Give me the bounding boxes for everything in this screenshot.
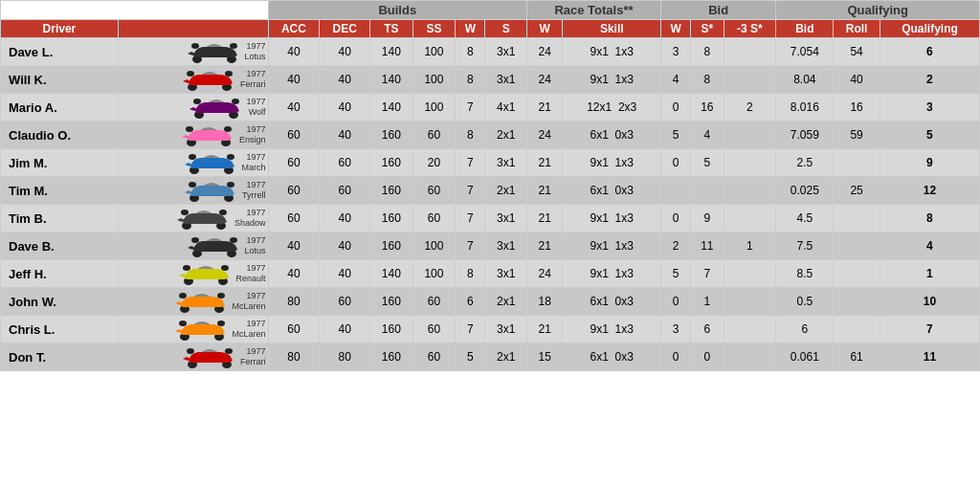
car-cell: 1977Tyrrell [118, 177, 268, 205]
ts-value: 160 [370, 205, 413, 232]
ts-value: 160 [370, 316, 413, 343]
skill-value: 9x1 1x3 [563, 205, 660, 232]
skill-value: 9x1 1x3 [563, 66, 660, 94]
qualifying-value: 9 [880, 149, 979, 177]
s-build-value: 2x1 [485, 177, 527, 205]
dec-value: 40 [320, 205, 370, 232]
svg-point-38 [179, 293, 187, 299]
ss-value: 100 [412, 38, 456, 66]
w-build-value: 5 [456, 343, 485, 371]
roll-value [834, 232, 880, 260]
svg-point-34 [183, 265, 190, 271]
table-row: Tim M. 1977Tyrrell 60 60 160 60 7 2x1 21… [1, 177, 980, 205]
bid-value: 2.5 [776, 149, 834, 177]
svg-point-11 [232, 99, 239, 104]
qualifying-value: 3 [880, 94, 979, 122]
dec-value: 80 [320, 343, 370, 371]
skill-value: 6x1 0x3 [563, 343, 660, 371]
minus3s-value [724, 66, 776, 94]
svg-point-42 [179, 321, 187, 326]
table-body: Dave L. 1977Lotus 40 40 140 100 8 3x1 24… [1, 38, 980, 371]
s-star-value: 0 [691, 343, 724, 371]
skill-value: 9x1 1x3 [563, 149, 660, 177]
dec-value: 40 [320, 94, 370, 122]
s-build-value: 3x1 [485, 38, 527, 66]
s-star-value: 6 [691, 316, 724, 343]
col-dec: DEC [320, 20, 370, 38]
svg-point-43 [217, 321, 225, 326]
table-row: Mario A. 1977Wolf 40 40 140 100 7 4x1 21… [1, 94, 980, 122]
qualifying-value: 6 [880, 38, 979, 66]
roll-value [834, 288, 880, 316]
w-bid-value: 3 [660, 316, 690, 343]
skill-value: 9x1 1x3 [563, 38, 660, 66]
table-row: Tim B. 1977Shadow 60 40 160 60 7 3x1 21 … [1, 205, 980, 232]
w-build-value: 7 [456, 177, 485, 205]
col-bid: Bid [776, 20, 834, 38]
car-cell: 1977Lotus [118, 232, 268, 260]
svg-point-31 [230, 237, 237, 243]
driver-name: Dave L. [1, 38, 119, 66]
ts-value: 140 [370, 260, 413, 288]
bid-value: 4.5 [776, 205, 834, 232]
s-star-value: 11 [691, 232, 724, 260]
w-race-value: 15 [526, 343, 563, 371]
minus3s-value [724, 205, 776, 232]
qualifying-value: 7 [880, 316, 979, 343]
s-build-value: 4x1 [485, 94, 527, 122]
driver-name: Dave B. [1, 232, 119, 260]
ss-value: 60 [412, 343, 456, 371]
s-build-value: 3x1 [485, 260, 527, 288]
ts-value: 160 [370, 122, 413, 149]
s-star-value [691, 177, 724, 205]
qualifying-value: 5 [880, 122, 979, 149]
minus3s-value [724, 38, 776, 66]
qualifying-value: 1 [880, 260, 979, 288]
acc-value: 60 [268, 205, 320, 232]
table-row: Will K. 1977Ferrari 40 40 140 100 8 3x1 … [1, 66, 980, 94]
w-race-value: 21 [526, 232, 563, 260]
skill-value: 6x1 0x3 [563, 288, 660, 316]
skill-value: 9x1 1x3 [563, 232, 660, 260]
roll-value: 59 [834, 122, 880, 149]
w-build-value: 7 [456, 205, 485, 232]
svg-point-26 [181, 210, 189, 215]
minus3s-value: 2 [724, 94, 776, 122]
builds-group-header: Builds [268, 1, 526, 20]
w-race-value: 21 [526, 177, 563, 205]
svg-point-2 [191, 43, 199, 49]
dec-value: 40 [320, 38, 370, 66]
skill-value: 12x1 2x3 [563, 94, 660, 122]
w-build-value: 8 [456, 260, 485, 288]
w-build-value: 7 [456, 94, 485, 122]
w-build-value: 8 [456, 122, 485, 149]
minus3s-value [724, 316, 776, 343]
column-header-row: Driver ACC DEC TS SS W S W Skill W S* -3… [1, 20, 980, 38]
svg-point-3 [230, 43, 237, 49]
s-build-value: 3x1 [485, 316, 527, 343]
svg-point-39 [217, 293, 225, 299]
svg-point-18 [189, 154, 196, 160]
svg-point-7 [225, 71, 233, 77]
ts-value: 160 [370, 177, 413, 205]
minus3s-value: 1 [724, 232, 776, 260]
car-cell: 1977Renault [118, 260, 268, 288]
s-star-value: 9 [691, 205, 724, 232]
race-table: Builds Race Totals** Bid Qualifying Driv… [0, 0, 980, 371]
col-ts: TS [370, 20, 413, 38]
ts-value: 140 [370, 66, 413, 94]
acc-value: 60 [268, 149, 320, 177]
w-bid-value [660, 177, 690, 205]
svg-point-27 [219, 210, 227, 215]
qualifying-value: 8 [880, 205, 979, 232]
table-row: Claudio O. 1977Ensign 60 40 160 60 8 2x1… [1, 122, 980, 149]
acc-value: 40 [268, 66, 320, 94]
bid-value: 8.016 [776, 94, 834, 122]
driver-name: Don T. [1, 343, 119, 371]
qualifying-value: 12 [880, 177, 979, 205]
roll-value [834, 260, 880, 288]
dec-value: 40 [320, 122, 370, 149]
acc-value: 40 [268, 260, 320, 288]
minus3s-value [724, 260, 776, 288]
ts-value: 140 [370, 38, 413, 66]
